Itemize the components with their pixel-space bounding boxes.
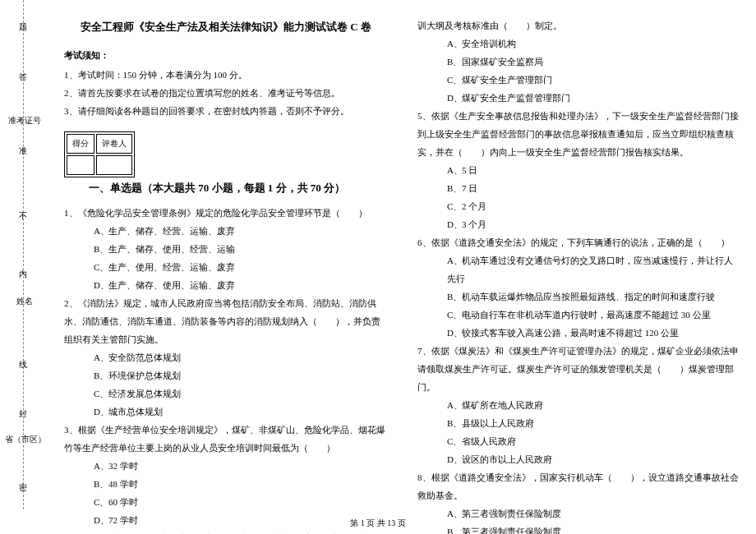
q3-opt-a[interactable]: A、32 学时 [64, 457, 388, 475]
gutter-field-school: 省（市区） [5, 434, 44, 445]
q6-opt-a[interactable]: A、机动车通过没有交通信号灯的交叉路口时，应当减速慢行，并让行人先行 [417, 251, 741, 288]
score-box-blank1[interactable] [67, 155, 94, 175]
q5-stem: 5、依据《生产安全事故信息报告和处理办法》，下一级安全生产监督经营部门接到上级安… [417, 107, 741, 161]
q4-stem-part: 4、依据《生产经营单位安全培训规定》的规定，煤矿主要负责人和安全生产管理人员的安… [64, 529, 388, 534]
q1-opt-c[interactable]: C、生产、使用、经营、运输、废弃 [64, 258, 388, 276]
q2-opt-b[interactable]: B、环境保护总体规划 [64, 366, 388, 384]
column-right: 训大纲及考核标准由（ ）制定。 A、安全培训机构 B、国家煤矿安全监察局 C、煤… [403, 0, 756, 509]
section-header-row: 得分 评卷人 一、单选题（本大题共 70 小题，每题 1 分，共 70 分） [64, 125, 388, 199]
notice-1: 1、考试时间：150 分钟，本卷满分为 100 分。 [64, 66, 388, 84]
score-box-c1: 得分 [67, 134, 94, 154]
seal-mark-0: 密 [16, 476, 28, 480]
gutter-field-school-label: 省（市区） [5, 435, 46, 444]
seal-mark-4: 不 [16, 205, 28, 209]
score-box-c2: 评卷人 [96, 134, 132, 154]
gutter-field-ticket-label: 准考证号 [8, 116, 41, 125]
q1-stem: 1、《危险化学品安全管理条例》规定的危险化学品安全管理环节是（ ） [64, 204, 388, 222]
q6-opt-d[interactable]: D、铰接式客车驶入高速公路，最高时速不得超过 120 公里 [417, 324, 741, 342]
q1-opt-a[interactable]: A、生产、储存、经营、运输、废弃 [64, 222, 388, 240]
q6-opt-c[interactable]: C、电动自行车在非机动车道内行驶时，最高速度不能超过 30 公里 [417, 306, 741, 324]
section-1-title: 一、单选题（本大题共 70 小题，每题 1 分，共 70 分） [89, 177, 345, 199]
q1-opt-d[interactable]: D、生产、储存、使用、运输、废弃 [64, 276, 388, 294]
score-box-blank2[interactable] [96, 155, 132, 175]
seal-mark-6: 答 [16, 66, 28, 69]
q5-opt-d[interactable]: D、3 个月 [417, 215, 741, 233]
q2-opt-d[interactable]: D、城市总体规划 [64, 403, 388, 421]
seal-mark-1: 封 [16, 403, 28, 406]
gutter-dashline [23, 0, 24, 509]
seal-mark-3: 内 [16, 263, 28, 266]
page-footer: 第 1 页 共 13 页 [0, 518, 756, 529]
notice-heading: 考试须知： [64, 46, 388, 64]
score-box: 得分 评卷人 [64, 131, 135, 177]
q6-opt-b[interactable]: B、机动车载运爆炸物品应当按照最短路线、指定的时间和速度行驶 [417, 288, 741, 306]
q7-opt-b[interactable]: B、县级以上人民政府 [417, 414, 741, 432]
q3-opt-b[interactable]: B、48 学时 [64, 475, 388, 493]
column-left: 安全工程师《安全生产法及相关法律知识》能力测试试卷 C 卷 考试须知： 1、考试… [49, 0, 403, 509]
q1-opt-b[interactable]: B、生产、储存、使用、经营、运输 [64, 240, 388, 258]
q4-stem-cont: 训大纲及考核标准由（ ）制定。 [417, 16, 741, 35]
q3-stem: 3、根据《生产经营单位安全培训规定》，煤矿、非煤矿山、危险化学品、烟花爆竹等生产… [64, 421, 388, 457]
q4-opt-d[interactable]: D、煤矿安全生产监督管理部门 [417, 89, 741, 107]
q7-opt-c[interactable]: C、省级人民政府 [417, 432, 741, 450]
q5-opt-c[interactable]: C、2 个月 [417, 197, 741, 215]
q7-opt-a[interactable]: A、煤矿所在地人民政府 [417, 396, 741, 414]
notice-3: 3、请仔细阅读各种题目的回答要求，在密封线内答题，否则不予评分。 [64, 102, 388, 120]
seal-mark-5: 准 [16, 140, 28, 143]
q4-opt-b[interactable]: B、国家煤矿安全监察局 [417, 53, 741, 71]
notice-2: 2、请首先按要求在试卷的指定位置填写您的姓名、准考证号等信息。 [64, 84, 388, 102]
q5-opt-b[interactable]: B、7 日 [417, 179, 741, 197]
gutter-field-ticket: 准考证号 [5, 115, 44, 127]
q2-opt-a[interactable]: A、安全防范总体规划 [64, 348, 388, 366]
binding-gutter: 省（市区） 姓名 准考证号 密 封 线 内 不 准 答 题 [0, 0, 49, 509]
gutter-field-name-label: 姓名 [16, 297, 33, 306]
paper-title: 安全工程师《安全生产法及相关法律知识》能力测试试卷 C 卷 [64, 16, 388, 38]
seal-mark-2: 线 [16, 353, 28, 357]
q6-stem: 6、依据《道路交通安全法》的规定，下列车辆通行的说法，正确的是（ ） [417, 233, 741, 251]
exam-page: 省（市区） 姓名 准考证号 密 封 线 内 不 准 答 题 安全工程师《安全生产… [0, 0, 756, 509]
q4-opt-a[interactable]: A、安全培训机构 [417, 35, 741, 53]
q2-stem: 2、《消防法》规定，城市人民政府应当将包括消防安全布局、消防站、消防供水、消防通… [64, 294, 388, 348]
q3-opt-c[interactable]: C、60 学时 [64, 493, 388, 511]
gutter-field-name: 姓名 [5, 296, 44, 307]
q7-stem: 7、依据《煤炭法》和《煤炭生产许可证管理办法》的规定，煤矿企业必须依法申请领取煤… [417, 342, 741, 396]
q8-stem: 8、根据《道路交通安全法》，国家实行机动车（ ），设立道路交通事故社会救助基金。 [417, 468, 741, 504]
q5-opt-a[interactable]: A、5 日 [417, 161, 741, 179]
q7-opt-d[interactable]: D、设区的市以上人民政府 [417, 450, 741, 468]
q4-opt-c[interactable]: C、煤矿安全生产管理部门 [417, 71, 741, 89]
q2-opt-c[interactable]: C、经济发展总体规划 [64, 384, 388, 403]
seal-mark-7: 题 [16, 16, 28, 20]
